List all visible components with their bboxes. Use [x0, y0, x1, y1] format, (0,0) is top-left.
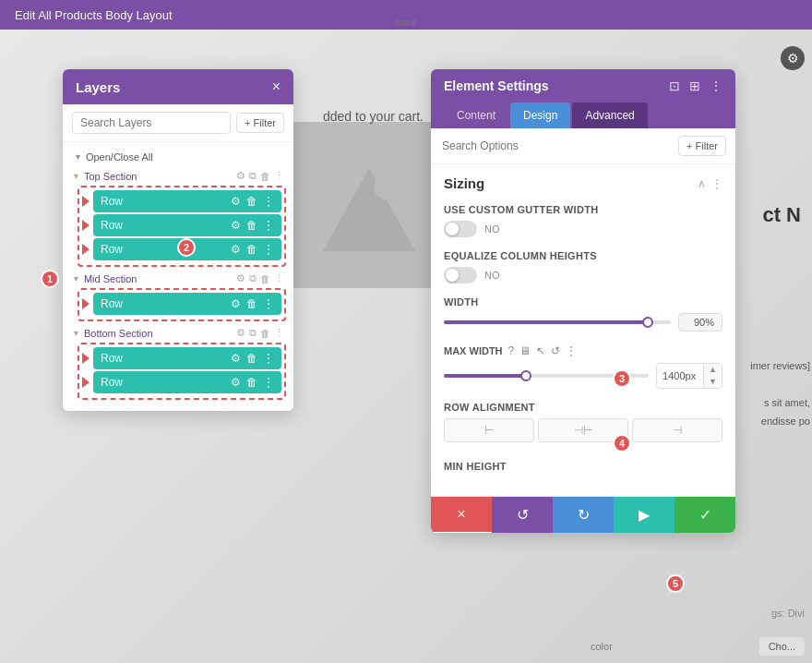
forward-button[interactable]: ▶	[614, 497, 675, 533]
bottom-row-2-gear[interactable]: ⚙	[231, 376, 241, 389]
tab-design[interactable]: Design	[510, 102, 570, 128]
settings-search-input[interactable]	[440, 136, 673, 156]
color-label: color	[395, 17, 417, 28]
settings-search-bar: + Filter	[431, 128, 735, 164]
mid-section-copy-icon[interactable]: ⧉	[249, 272, 257, 284]
mid-row-1-trash[interactable]: 🗑	[246, 297, 257, 310]
badge-4: 4	[613, 434, 631, 452]
min-height-label: Min Height	[444, 455, 722, 472]
top-section-trash-icon[interactable]: 🗑	[260, 171, 270, 182]
settings-more-icon[interactable]: ⋮	[710, 78, 722, 93]
align-right-button[interactable]: ⊣	[632, 418, 722, 442]
equalize-heights-toggle[interactable]	[444, 267, 477, 283]
sizing-section-icons: ∧ ⋮	[698, 177, 722, 190]
width-option: Width 90%	[444, 296, 722, 332]
layers-close-button[interactable]: ×	[272, 78, 281, 95]
width-slider-track[interactable]	[444, 320, 671, 324]
top-row-3-trash[interactable]: 🗑	[246, 243, 257, 256]
bottom-section-gear-icon[interactable]: ⚙	[236, 327, 245, 339]
max-width-input[interactable]	[657, 368, 703, 384]
max-width-desktop-icon[interactable]: 🖥	[519, 344, 531, 357]
max-width-label-row: Max Width ? 🖥 ↖ ↺ ⋮	[444, 344, 722, 357]
layers-search-bar: + Filter	[63, 104, 293, 142]
alignment-options: ⊢ ⊣⊢ ⊣	[444, 418, 722, 442]
max-width-more-icon[interactable]: ⋮	[566, 344, 577, 357]
settings-fullscreen-icon[interactable]: ⊡	[669, 78, 680, 93]
top-row-1-icons: ⚙ 🗑 ⋮	[231, 195, 274, 208]
top-row-2-wrapper: Row ⚙ 🗑 ⋮	[82, 214, 281, 236]
top-row-3-gear[interactable]: ⚙	[231, 243, 241, 256]
max-width-increment[interactable]: ▲	[704, 364, 722, 376]
layers-search-input[interactable]	[72, 112, 231, 134]
mid-section-gear-icon[interactable]: ⚙	[236, 272, 245, 284]
settings-filter-button[interactable]: + Filter	[678, 136, 726, 156]
right-text-2: imer reviews]	[750, 360, 810, 371]
bottom-section-trash-icon[interactable]: 🗑	[260, 328, 270, 339]
max-width-decrement[interactable]: ▼	[704, 376, 722, 388]
bottom-section-more-icon[interactable]: ⋮	[274, 327, 284, 339]
width-value[interactable]: 90%	[678, 313, 722, 332]
divi-label: gs: Divi	[771, 608, 805, 619]
redo-button[interactable]: ↻	[553, 497, 614, 533]
top-row-2-gear[interactable]: ⚙	[231, 219, 241, 232]
bottom-section-copy-icon[interactable]: ⧉	[249, 327, 257, 339]
bottom-gear-icon[interactable]: ⚙	[781, 46, 805, 70]
max-width-slider-thumb[interactable]	[520, 370, 531, 381]
mid-row-1-more[interactable]: ⋮	[263, 297, 274, 310]
top-row-2-trash[interactable]: 🗑	[246, 219, 257, 232]
align-left-button[interactable]: ⊢	[444, 418, 534, 442]
bottom-row-2-trash[interactable]: 🗑	[246, 376, 257, 389]
bottom-row-1-trash[interactable]: 🗑	[246, 352, 257, 365]
tab-content[interactable]: Content	[444, 102, 508, 128]
confirm-button[interactable]: ✓	[675, 497, 735, 533]
top-row-2-more[interactable]: ⋮	[263, 219, 274, 232]
bottom-row-2-more[interactable]: ⋮	[263, 376, 274, 389]
max-width-help-icon[interactable]: ?	[508, 344, 515, 357]
bottom-row-1-more[interactable]: ⋮	[263, 352, 274, 365]
color-bottom-label: color	[591, 641, 613, 652]
layers-panel: Layers × + Filter ▼ Open/Close All ▼ Top…	[63, 69, 293, 411]
settings-title: Element Settings	[444, 78, 549, 93]
width-slider-container: 90%	[444, 313, 722, 332]
top-section-more-icon[interactable]: ⋮	[274, 170, 284, 182]
top-row-1-more[interactable]: ⋮	[263, 195, 274, 208]
gutter-width-label: Use Custom Gutter Width	[444, 204, 722, 215]
equalize-heights-toggle-knob	[446, 269, 459, 282]
mid-row-1-gear[interactable]: ⚙	[231, 297, 241, 310]
top-row-3-more[interactable]: ⋮	[263, 243, 274, 256]
bottom-row-1[interactable]: Row ⚙ 🗑 ⋮	[93, 347, 281, 369]
mid-section-icons: ⚙ ⧉ 🗑 ⋮	[236, 272, 284, 284]
sizing-more-icon[interactable]: ⋮	[711, 177, 722, 190]
sizing-collapse-icon[interactable]: ∧	[698, 177, 706, 190]
top-row-1-trash[interactable]: 🗑	[246, 195, 257, 208]
top-section-copy-icon[interactable]: ⧉	[249, 170, 257, 182]
settings-header-icons: ⊡ ⊞ ⋮	[669, 78, 722, 93]
cancel-button[interactable]: ×	[431, 497, 492, 532]
top-row-1-gear[interactable]: ⚙	[231, 195, 241, 208]
tab-advanced[interactable]: Advanced	[572, 102, 647, 128]
open-close-all[interactable]: ▼ Open/Close All	[70, 148, 286, 166]
badge-3: 3	[613, 369, 631, 388]
bottom-row-2[interactable]: Row ⚙ 🗑 ⋮	[93, 371, 281, 393]
mid-section-trash-icon[interactable]: 🗑	[260, 273, 270, 284]
mid-row-1[interactable]: Row ⚙ 🗑 ⋮	[93, 293, 281, 315]
settings-split-icon[interactable]: ⊞	[689, 78, 700, 93]
right-text-1: ct N	[762, 203, 801, 227]
bottom-section-rows: Row ⚙ 🗑 ⋮ Row ⚙ 🗑	[78, 343, 286, 400]
min-height-option: Min Height	[444, 455, 722, 472]
bottom-row-1-gear[interactable]: ⚙	[231, 352, 241, 365]
settings-toolbar: × ↺ ↻ ▶ ✓	[431, 496, 735, 533]
undo-button[interactable]: ↺	[492, 497, 553, 533]
gutter-width-toggle-row: NO	[444, 221, 722, 237]
top-section-gear-icon[interactable]: ⚙	[236, 170, 245, 182]
width-slider-thumb[interactable]	[642, 317, 653, 328]
top-row-1[interactable]: Row ⚙ 🗑 ⋮	[93, 190, 281, 212]
gutter-width-toggle[interactable]	[444, 221, 477, 237]
max-width-reset-icon[interactable]: ↺	[551, 344, 560, 357]
choose-button[interactable]: Cho...	[759, 637, 805, 656]
bottom-row-1-wrapper: Row ⚙ 🗑 ⋮	[82, 347, 281, 369]
max-width-cursor-icon[interactable]: ↖	[536, 344, 545, 357]
top-row-2[interactable]: Row ⚙ 🗑 ⋮	[93, 214, 281, 236]
layers-filter-button[interactable]: + Filter	[236, 113, 284, 133]
mid-section-more-icon[interactable]: ⋮	[274, 272, 284, 284]
